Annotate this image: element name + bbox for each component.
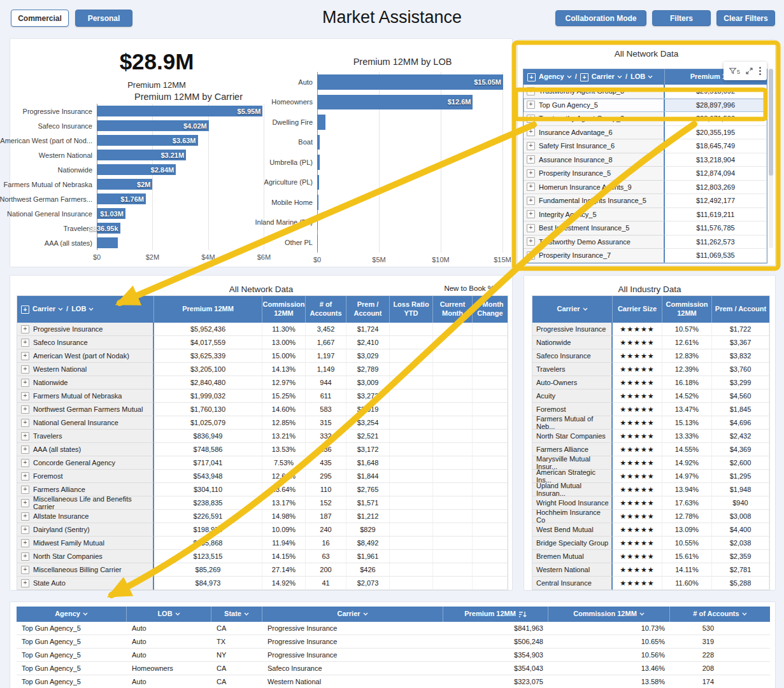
scrollbar-thumb[interactable]: [769, 69, 773, 176]
expand-plus-icon[interactable]: +: [21, 459, 29, 467]
table-row[interactable]: +Prosperity Insurance_5$12,874,094: [524, 167, 767, 181]
column-header[interactable]: Loss Ratio YTD: [390, 296, 433, 323]
chart-bar[interactable]: [317, 155, 320, 170]
table-row[interactable]: Top Gun Agency_5HomeownersCASafeco Insur…: [17, 662, 770, 675]
column-header[interactable]: Carrier Size: [613, 296, 662, 323]
table-row[interactable]: Auto-Owners★★★★★16.18%$3,299: [532, 376, 769, 390]
column-header[interactable]: Commission 12MM: [262, 296, 306, 323]
table-row[interactable]: +Trustworthy Agent Group_8$29,518,092: [524, 85, 767, 99]
expand-plus-icon[interactable]: +: [527, 101, 535, 109]
highlighted-agency-row[interactable]: +Top Gun Agency_5$28,897,996: [524, 99, 767, 113]
table-row[interactable]: +Insurance Advantage_6$20,355,195: [524, 126, 767, 140]
expand-plus-icon[interactable]: +: [21, 512, 29, 521]
expand-plus-icon[interactable]: +: [527, 128, 535, 136]
column-header[interactable]: State: [211, 607, 262, 622]
table-row[interactable]: +National General Insurance$1,025,07912.…: [17, 416, 508, 430]
expand-plus-icon[interactable]: +: [21, 405, 29, 414]
expand-plus-icon[interactable]: +: [21, 419, 29, 427]
chart-bar[interactable]: $5.95M: [97, 106, 262, 116]
expand-icon[interactable]: [745, 67, 753, 75]
expand-plus-icon[interactable]: +: [21, 325, 29, 333]
table-row[interactable]: +Fundamental Insights Insurance_5$12,492…: [524, 194, 767, 208]
table-row[interactable]: +Midwest Family Mutual$135,86811.94%16$8…: [17, 537, 508, 550]
table-row[interactable]: Western National★★★★★14.11%$2,781: [532, 563, 769, 577]
table-row[interactable]: +Safeco Insurance$4,017,55913.00%1,667$2…: [17, 336, 508, 349]
table-row[interactable]: +Trustworthy Demo Assurance$11,262,573: [524, 235, 767, 249]
chart-bar[interactable]: $2.84M: [97, 164, 176, 175]
chart-bar[interactable]: $836.95k: [97, 223, 120, 234]
table-row[interactable]: Safeco Insurance★★★★★12.83%$3,832: [532, 349, 769, 363]
chart-bar[interactable]: [317, 195, 318, 210]
personal-tab-button[interactable]: Personal: [75, 10, 132, 27]
table-row[interactable]: +State Auto$84,97314.92%41$2,073: [17, 577, 508, 590]
expand-all-icon[interactable]: +: [580, 73, 588, 81]
expand-plus-icon[interactable]: +: [527, 197, 535, 205]
table-row[interactable]: Central Insurance★★★★★11.60%$5,288: [532, 577, 769, 590]
table-row[interactable]: +Concorde General Agency$717,0417.53%435…: [17, 456, 508, 470]
chart-bar[interactable]: $4.02M: [97, 120, 209, 131]
commercial-tab-button[interactable]: Commercial: [11, 10, 69, 27]
chart-bar[interactable]: $15.05M: [317, 74, 503, 90]
column-header[interactable]: Commission 12MM: [662, 296, 712, 323]
table-row[interactable]: +Trustworthy Agent Group_2$28,671,500: [524, 112, 767, 126]
table-row[interactable]: +Progressive Insurance$5,952,43611.30%3,…: [17, 323, 508, 336]
table-row[interactable]: Top Gun Agency_5AutoCAWestern National$3…: [17, 675, 770, 688]
kebab-menu-icon[interactable]: [759, 66, 762, 76]
table-row[interactable]: Progressive Insurance★★★★★10.57%$1,722: [532, 323, 769, 336]
table-row[interactable]: Travelers★★★★★12.39%$3,760: [532, 363, 769, 376]
table-row[interactable]: +Prosperity Insurance_7$11,069,535: [524, 249, 767, 263]
expand-plus-icon[interactable]: +: [21, 566, 29, 574]
expand-plus-icon[interactable]: +: [527, 87, 535, 95]
chart-bar[interactable]: $1.03M: [97, 208, 125, 219]
chart-bar[interactable]: [317, 175, 319, 190]
expand-plus-icon[interactable]: +: [21, 526, 29, 534]
column-header[interactable]: Commission 12MM: [548, 607, 670, 622]
expand-all-icon[interactable]: +: [527, 73, 536, 81]
chart-bar[interactable]: $3.21M: [97, 150, 186, 160]
expand-plus-icon[interactable]: +: [21, 432, 29, 440]
chart-bar[interactable]: [97, 237, 118, 248]
expand-plus-icon[interactable]: +: [527, 210, 535, 218]
group-column-header[interactable]: +Carrier/LOB: [17, 296, 154, 323]
expand-plus-icon[interactable]: +: [21, 352, 29, 360]
table-row[interactable]: Farmers Mutual of Neb...★★★★★15.13%$4,69…: [532, 416, 769, 430]
table-row[interactable]: +AAA (all states)$748,58613.53%236$3,172: [17, 443, 508, 456]
column-header[interactable]: 3 Month Change: [473, 296, 508, 323]
expand-all-icon[interactable]: +: [21, 305, 29, 314]
table-row[interactable]: +Miscellaneous Billing Carrier$85,26927.…: [17, 563, 508, 577]
expand-plus-icon[interactable]: +: [527, 237, 535, 246]
column-header[interactable]: Prem / Account: [346, 296, 390, 323]
table-row[interactable]: +Homerun Insurance Agents_9$12,803,269: [524, 181, 767, 195]
chart-bar[interactable]: [317, 135, 320, 150]
table-row[interactable]: Foremost★★★★★13.47%$1,845: [532, 403, 769, 416]
expand-plus-icon[interactable]: +: [527, 224, 535, 232]
table-row[interactable]: +Western National$3,205,10014.13%1,149$2…: [17, 363, 508, 376]
table-row[interactable]: Acuity★★★★★14.52%$4,560: [532, 390, 769, 403]
table-row[interactable]: North Star Companies★★★★★13.33%$2,432: [532, 430, 769, 443]
table-row[interactable]: +Safety First Insurance_6$18,645,749: [524, 139, 767, 153]
table-row[interactable]: +Travelers$836,94913.21%332$2,521: [17, 430, 508, 443]
table-row[interactable]: +Miscellaneous Life and Benefits Carrier…: [17, 496, 508, 510]
chart-bar[interactable]: [317, 115, 325, 130]
expand-plus-icon[interactable]: +: [527, 142, 535, 150]
expand-plus-icon[interactable]: +: [527, 115, 535, 123]
table-row[interactable]: +Farmers Alliance$304,11013.64%110$2,765: [17, 483, 508, 496]
table-row[interactable]: +American West (part of Nodak)$3,625,339…: [17, 349, 508, 363]
column-header[interactable]: Carrier: [532, 296, 613, 323]
column-header[interactable]: Prem / Account: [712, 296, 769, 323]
table-row[interactable]: +Best Investment Insurance_5$11,576,785: [524, 221, 767, 235]
table-row[interactable]: Upland Mutual Insuran...★★★★★13.94%$1,94…: [532, 483, 769, 496]
table-row[interactable]: +North Star Companies$123,51514.15%63$1,…: [17, 550, 508, 563]
table-row[interactable]: Top Gun Agency_5AutoCAProgressive Insura…: [17, 622, 770, 635]
column-header[interactable]: Current Month: [433, 296, 473, 323]
table-row[interactable]: Nationwide★★★★★12.61%$3,367: [532, 336, 769, 349]
table-row[interactable]: +Northwest German Farmers Mutual$1,760,1…: [17, 403, 508, 416]
expand-plus-icon[interactable]: +: [21, 539, 29, 547]
chart-bar[interactable]: [317, 235, 318, 250]
table-row[interactable]: +Assurance Insurance_8$13,218,904: [524, 153, 767, 167]
table-row[interactable]: Bridge Specialty Group★★★★★10.55%$2,038: [532, 537, 769, 550]
table-row[interactable]: +Nationwide$2,840,48012.97%944$3,009: [17, 376, 508, 390]
table-row[interactable]: West Bend Mutual★★★★★13.09%$4,400: [532, 523, 769, 537]
table-row[interactable]: +Dairyland (Sentry)$198,97010.09%240$829: [17, 523, 508, 537]
expand-plus-icon[interactable]: +: [21, 552, 29, 561]
